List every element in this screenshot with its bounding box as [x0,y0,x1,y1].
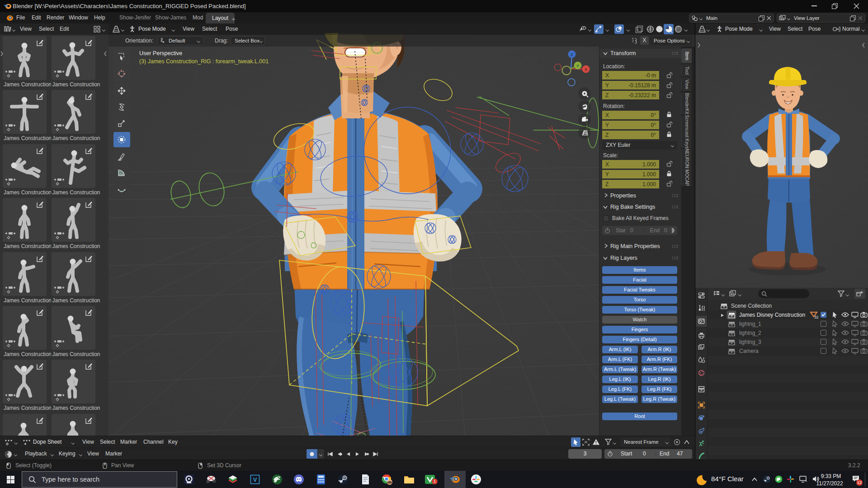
svg-text:Z: Z [571,52,573,57]
svg-text:32: 32 [814,315,818,319]
svg-text:V: V [253,476,257,483]
svg-text:Y: Y [576,64,579,68]
svg-text:X: X [585,67,587,72]
